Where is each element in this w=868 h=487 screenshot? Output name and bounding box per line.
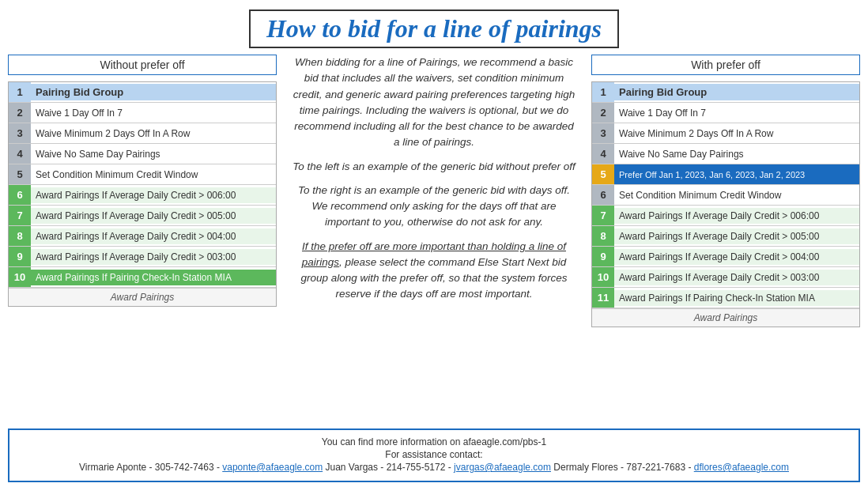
award-label: Award Pairings <box>592 308 859 327</box>
footer-contact2-name: Juan Vargas - 214-755-5172 - <box>323 462 454 473</box>
row-num: 2 <box>9 103 31 123</box>
row-num: 3 <box>9 123 31 143</box>
row-num: 7 <box>592 206 614 225</box>
row-num: 1 <box>592 82 614 102</box>
row-text: Pairing Bid Group <box>614 84 859 100</box>
row-num: 10 <box>9 267 31 287</box>
table-row: 9 Award Pairings If Average Daily Credit… <box>592 247 859 267</box>
footer-contact3-name: Dermaly Flores - 787-221-7683 - <box>551 462 694 473</box>
row-text: Waive No Same Day Pairings <box>614 146 859 162</box>
row-text: Award Pairings If Pairing Check-In Stati… <box>31 270 276 285</box>
table-row: 9 Award Pairings If Average Daily Credit… <box>9 247 276 267</box>
table-row: 4 Waive No Same Day Pairings <box>592 144 859 164</box>
row-text: Award Pairings If Average Daily Credit >… <box>31 187 276 203</box>
footer-email2[interactable]: jvargas@afaeagle.com <box>454 462 551 473</box>
row-num: 10 <box>592 267 614 287</box>
row-num: 2 <box>592 103 614 123</box>
main-content: Without prefer off 1 Pairing Bid Group 2… <box>0 55 868 422</box>
row-text: Waive 1 Day Off In 7 <box>614 105 859 121</box>
footer-email1[interactable]: vaponte@afaeagle.com <box>222 462 323 473</box>
table-row: 10 Award Pairings If Pairing Check-In St… <box>9 267 276 288</box>
left-panel: Without prefer off 1 Pairing Bid Group 2… <box>8 55 277 422</box>
row-num: 9 <box>9 247 31 266</box>
table-row: 5 Set Condition Minimum Credit Window <box>9 164 276 185</box>
row-num: 8 <box>592 226 614 246</box>
footer-email3[interactable]: dflores@afaeagle.com <box>694 462 789 473</box>
row-num: 1 <box>9 82 31 102</box>
middle-para4: If the prefer off are more important tha… <box>291 239 577 303</box>
row-text: Award Pairings If Average Daily Credit >… <box>614 208 859 224</box>
row-text: Award Pairings If Pairing Check-In Stati… <box>614 290 859 306</box>
row-num: 9 <box>592 247 614 266</box>
table-row: 2 Waive 1 Day Off In 7 <box>9 103 276 123</box>
row-text: Waive Minimum 2 Days Off In A Row <box>31 126 276 142</box>
prefer-off-text: Prefer Off Jan 1, 2023, Jan 6, 2023, Jan… <box>614 168 859 182</box>
table-row: 8 Award Pairings If Average Daily Credit… <box>9 226 276 247</box>
footer-line3: Virmarie Aponte - 305-742-7463 - vaponte… <box>17 462 851 473</box>
table-row: 3 Waive Minimum 2 Days Off In A Row <box>9 123 276 144</box>
table-row: 7 Award Pairings If Average Daily Credit… <box>592 206 859 226</box>
row-text: Award Pairings If Average Daily Credit >… <box>31 249 276 265</box>
award-label: Award Pairings <box>9 288 276 306</box>
left-bid-table: 1 Pairing Bid Group 2 Waive 1 Day Off In… <box>8 81 277 307</box>
row-text: Set Condition Minimum Credit Window <box>31 167 276 183</box>
prefer-off-row: 5 Prefer Off Jan 1, 2023, Jan 6, 2023, J… <box>592 164 859 185</box>
right-panel-title: With prefer off <box>591 55 860 75</box>
row-text: Set Condition Minimum Credit Window <box>614 187 859 203</box>
row-text: Waive Minimum 2 Days Off In A Row <box>614 126 859 142</box>
row-text: Award Pairings If Average Daily Credit >… <box>614 228 859 244</box>
table-row: 4 Waive No Same Day Pairings <box>9 144 276 164</box>
row-text: Waive 1 Day Off In 7 <box>31 105 276 121</box>
page-title: How to bid for a line of pairings <box>249 9 619 48</box>
footer-contact1-name: Virmarie Aponte - 305-742-7463 - <box>79 462 222 473</box>
row-text: Award Pairings If Average Daily Credit >… <box>614 270 859 285</box>
row-text: Pairing Bid Group <box>31 84 276 100</box>
row-num: 5 <box>592 164 614 184</box>
right-bid-table: 1 Pairing Bid Group 2 Waive 1 Day Off In… <box>591 81 860 327</box>
footer: You can find more information on afaeagl… <box>8 428 860 482</box>
table-row: 2 Waive 1 Day Off In 7 <box>592 103 859 123</box>
footer-line2: For assistance contact: <box>17 449 851 460</box>
table-row: 10 Award Pairings If Average Daily Credi… <box>592 267 859 288</box>
table-row: 7 Award Pairings If Average Daily Credit… <box>9 206 276 226</box>
row-num: 11 <box>592 288 614 308</box>
table-row: 3 Waive Minimum 2 Days Off In A Row <box>592 123 859 144</box>
row-num: 7 <box>9 206 31 225</box>
table-row: 1 Pairing Bid Group <box>592 82 859 103</box>
row-num: 4 <box>592 144 614 164</box>
row-num: 4 <box>9 144 31 164</box>
table-row: 11 Award Pairings If Pairing Check-In St… <box>592 288 859 308</box>
row-num: 6 <box>592 185 614 205</box>
row-text: Award Pairings If Average Daily Credit >… <box>614 249 859 265</box>
page: How to bid for a line of pairings Withou… <box>0 0 868 487</box>
middle-panel: When bidding for a line of Pairings, we … <box>283 55 585 422</box>
row-text: Waive No Same Day Pairings <box>31 146 276 162</box>
middle-para4-underline: If the prefer off are more important tha… <box>302 240 566 268</box>
table-row: 6 Award Pairings If Average Daily Credit… <box>9 185 276 206</box>
left-panel-title: Without prefer off <box>8 55 277 75</box>
table-row: 8 Award Pairings If Average Daily Credit… <box>592 226 859 247</box>
middle-para3: To the right is an example of the generi… <box>291 183 577 231</box>
row-num: 3 <box>592 123 614 143</box>
row-text: Award Pairings If Average Daily Credit >… <box>31 208 276 224</box>
row-num: 8 <box>9 226 31 246</box>
table-row: 6 Set Condition Minimum Credit Window <box>592 185 859 206</box>
footer-line1: You can find more information on afaeagl… <box>17 436 851 447</box>
middle-para2: To the left is an example of the generic… <box>292 159 575 175</box>
row-num: 5 <box>9 164 31 184</box>
header: How to bid for a line of pairings <box>0 0 868 55</box>
row-num: 6 <box>9 185 31 205</box>
table-row: 1 Pairing Bid Group <box>9 82 276 103</box>
row-text: Award Pairings If Average Daily Credit >… <box>31 228 276 244</box>
middle-para1: When bidding for a line of Pairings, we … <box>291 55 577 151</box>
right-panel: With prefer off 1 Pairing Bid Group 2 Wa… <box>591 55 860 422</box>
